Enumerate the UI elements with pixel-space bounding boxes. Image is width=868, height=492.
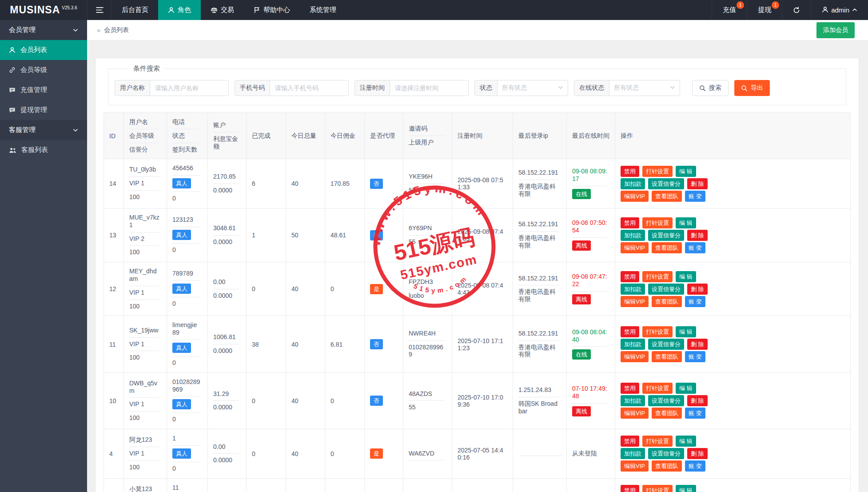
action-button-编辑[interactable]: 编 辑 [676,217,696,228]
action-button-打针设置[interactable]: 打针设置 [642,217,673,228]
action-button-编辑VIP[interactable]: 编辑VIP [621,191,649,202]
action-button-账变[interactable]: 账 变 [685,242,705,253]
field-select-5[interactable]: 所有状态 [609,80,680,96]
action-button-设置信誉分[interactable]: 设置信誉分 [648,395,684,406]
action-button-加扣款[interactable]: 加扣款 [621,339,645,350]
nav-item-2[interactable]: 角色 [158,0,201,20]
action-button-设置信誉分[interactable]: 设置信誉分 [648,178,684,189]
real-user-badge: 真人 [172,230,191,240]
action-button-编辑[interactable]: 编 辑 [676,485,696,492]
action-button-禁用[interactable]: 禁用 [621,217,639,228]
cell-last-online: 从未登陆 [567,478,615,492]
nav-item-5[interactable]: 系统管理 [300,0,346,20]
action-button-删除[interactable]: 删 除 [687,178,708,189]
action-button-加扣款[interactable]: 加扣款 [621,448,645,459]
cell-commission: 0 [325,478,365,492]
table-row: 12MEY_dhdamVIP 1100789789真人00.000.000004… [104,262,851,316]
action-button-编辑[interactable]: 编 辑 [676,271,696,282]
field-input-2[interactable] [270,80,348,96]
action-button-账变[interactable]: 账 变 [685,296,705,307]
sidebar-item-label: 会员列表 [20,46,47,54]
field-input-1[interactable] [150,80,228,96]
action-button-禁用[interactable]: 禁用 [621,485,639,492]
action-button-查看团队[interactable]: 查看团队 [652,460,682,472]
action-button-加扣款[interactable]: 加扣款 [621,395,645,406]
cell-total: 40 [286,262,325,316]
sidebar-item-充值管理[interactable]: 充值管理 [0,80,87,100]
action-button-编辑VIP[interactable]: 编辑VIP [621,460,649,472]
main-area: » 会员列表 添加会员 条件搜索 用户名称手机号码注册时间状态所有状态在线状态所… [87,20,868,492]
action-button-设置信誉分[interactable]: 设置信誉分 [648,230,684,241]
online-status-badge: 离线 [572,406,591,416]
online-status-badge: 离线 [572,294,591,304]
add-member-button[interactable]: 添加会员 [816,22,855,38]
field-select-4[interactable]: 所有状态 [498,80,568,96]
action-button-打针设置[interactable]: 打针设置 [642,166,673,177]
sidebar-item-会员列表[interactable]: 会员列表 [0,40,87,60]
action-button-编辑VIP[interactable]: 编辑VIP [621,242,649,253]
action-button-打针设置[interactable]: 打针设置 [642,383,673,394]
action-button-编辑[interactable]: 编 辑 [676,166,696,177]
action-button-删除[interactable]: 删 除 [687,230,708,241]
export-button[interactable]: 导出 [734,80,770,96]
action-button-查看团队[interactable]: 查看团队 [652,351,682,362]
action-button-加扣款[interactable]: 加扣款 [621,284,645,295]
sidebar-item-会员等级[interactable]: 会员等级 [0,60,87,80]
action-button-编辑VIP[interactable]: 编辑VIP [621,408,649,419]
cell-done: 38 [247,316,286,372]
action-button-设置信誉分[interactable]: 设置信誉分 [648,448,684,459]
action-button-查看团队[interactable]: 查看团队 [652,408,682,419]
user-menu[interactable]: admin [811,0,868,20]
action-button-账变[interactable]: 账 变 [685,460,705,472]
cell-phone: 456456真人0 [167,159,208,208]
field-input-3[interactable] [390,80,468,96]
action-button-账变[interactable]: 账 变 [685,351,705,362]
column-header: 是否代理 [365,113,403,159]
action-button-加扣款[interactable]: 加扣款 [621,178,645,189]
sidebar-group-2[interactable]: 客服管理 [0,120,87,140]
action-button-删除[interactable]: 删 除 [687,448,708,459]
action-button-禁用[interactable]: 禁用 [621,383,639,394]
action-button-打针设置[interactable]: 打针设置 [642,485,673,492]
nav-item-1[interactable]: 后台首页 [112,0,158,20]
sidebar-group-1[interactable]: 会员管理 [0,20,87,40]
nav-item-4[interactable]: 帮助中心 [244,0,300,20]
action-button-设置信誉分[interactable]: 设置信誉分 [648,339,684,350]
nav-right-item-1[interactable]: 充值1 [712,0,747,20]
action-button-编辑[interactable]: 编 辑 [676,326,696,337]
action-button-删除[interactable]: 删 除 [687,339,708,350]
action-button-禁用[interactable]: 禁用 [621,326,639,337]
action-button-禁用[interactable]: 禁用 [621,166,639,177]
action-button-打针设置[interactable]: 打针设置 [642,326,673,337]
action-button-账变[interactable]: 账 变 [685,191,705,202]
action-button-禁用[interactable]: 禁用 [621,436,639,447]
menu-toggle-button[interactable] [87,0,112,20]
action-button-查看团队[interactable]: 查看团队 [652,296,682,307]
action-button-编辑[interactable]: 编 辑 [676,436,696,447]
action-button-编辑VIP[interactable]: 编辑VIP [621,351,649,362]
action-button-查看团队[interactable]: 查看团队 [652,242,682,253]
action-button-账变[interactable]: 账 变 [685,408,705,419]
action-button-打针设置[interactable]: 打针设置 [642,436,673,447]
search-icon [699,85,706,92]
search-field-4: 状态所有状态 [474,80,568,96]
action-button-编辑VIP[interactable]: 编辑VIP [621,296,649,307]
refresh-button[interactable] [782,0,811,20]
nav-right-item-2[interactable]: 提现1 [747,0,782,20]
sidebar-item-客服列表[interactable]: 客服列表 [0,140,87,160]
sidebar-item-提现管理[interactable]: 提现管理 [0,100,87,120]
action-button-删除[interactable]: 删 除 [687,284,708,295]
action-button-编辑[interactable]: 编 辑 [676,383,696,394]
cell-agent: 是 [365,478,403,492]
action-button-加扣款[interactable]: 加扣款 [621,230,645,241]
search-button[interactable]: 搜索 [692,80,729,96]
cell-user: MEY_dhdamVIP 1100 [124,262,167,316]
action-button-删除[interactable]: 删 除 [687,395,708,406]
cell-user: DWB_q5vmVIP 1100 [124,372,167,429]
action-button-设置信誉分[interactable]: 设置信誉分 [648,284,684,295]
action-button-禁用[interactable]: 禁用 [621,271,639,282]
action-button-打针设置[interactable]: 打针设置 [642,271,673,282]
cell-register-time: 2025-09-08 07:47:39 [452,208,513,262]
nav-item-3[interactable]: 交易 [201,0,244,20]
action-button-查看团队[interactable]: 查看团队 [652,191,682,202]
